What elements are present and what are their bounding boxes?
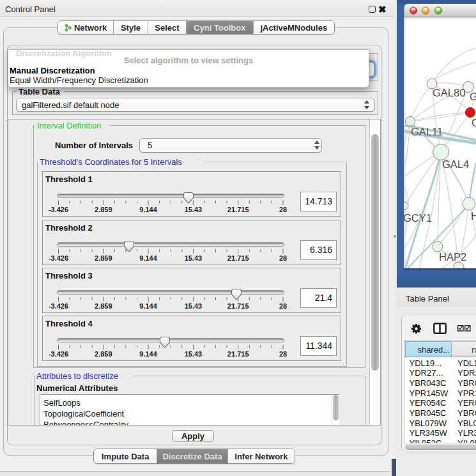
- svg-text:HAP2: HAP2: [439, 251, 466, 263]
- svg-text:GAL11: GAL11: [411, 126, 443, 137]
- svg-text:GAL80: GAL80: [433, 87, 465, 98]
- svg-text:CY: CY: [472, 117, 476, 128]
- svg-text:GA: GA: [470, 91, 476, 102]
- svg-text:H: H: [471, 210, 476, 222]
- svg-text:GAL4: GAL4: [442, 158, 469, 170]
- svg-text:GCY1: GCY1: [404, 212, 432, 224]
